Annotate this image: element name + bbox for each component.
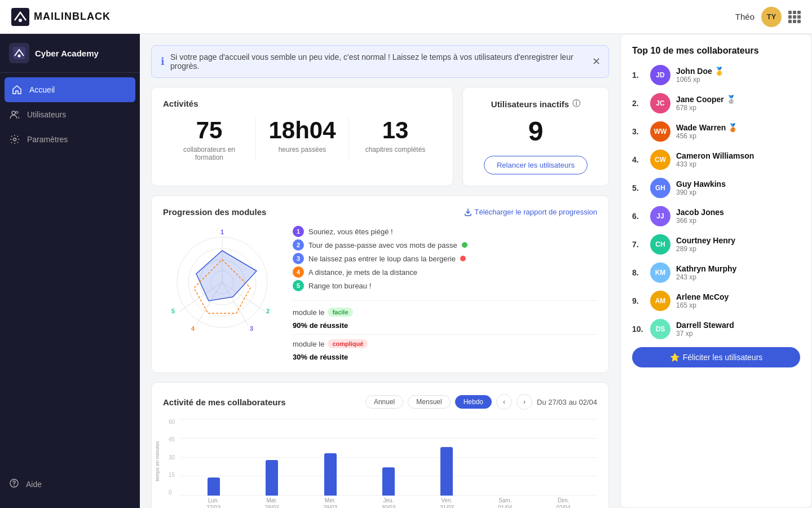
user-xp: 390 xp	[676, 189, 800, 196]
activity-card: Activité de mes collaborateurs Annuel Me…	[151, 382, 609, 508]
rank: 4.	[632, 155, 645, 164]
logo: MAILINBLACK	[11, 8, 111, 26]
x-label: Lun.27/03	[184, 496, 242, 508]
activity-header: Activité de mes collaborateurs Annuel Me…	[163, 394, 597, 410]
chart-area	[180, 419, 597, 496]
help-icon	[9, 478, 19, 490]
avatar: KM	[650, 262, 670, 283]
easy-stat: 90% de réussite	[293, 321, 597, 330]
user-name: Jacob Jones	[676, 208, 800, 217]
list-item: 9. AM Arlene McCoy 165 xp	[632, 291, 800, 311]
date-range: Du 27/03 au 02/04	[537, 398, 597, 406]
period-annuel[interactable]: Annuel	[365, 395, 403, 409]
main-content: ℹ Si votre page d'accueil vous semble un…	[140, 34, 620, 508]
radar-chart: 1 2 3 4 5	[163, 226, 281, 361]
user-name: Cameron Williamson	[676, 151, 800, 160]
module-num: 2	[293, 239, 304, 251]
x-labels: Lun.27/03Mar.28/03Mer.29/03Jeu.30/03Ven.…	[180, 496, 597, 508]
avatar: WW	[650, 121, 670, 142]
bar-group	[476, 419, 534, 496]
user-name: John Doe 🥇	[676, 67, 800, 76]
close-icon[interactable]: ✕	[592, 55, 601, 68]
feliciter-button[interactable]: ⭐ Féliciter les utilisateurs	[632, 347, 800, 367]
module-item-5: 5 Range ton bureau !	[293, 280, 597, 291]
home-icon	[11, 84, 23, 95]
sidebar-help[interactable]: Aide	[5, 471, 135, 497]
bar-group	[418, 419, 476, 496]
svg-text:1: 1	[220, 229, 224, 235]
banner-text: Si votre page d'accueil vous semble un p…	[170, 52, 599, 71]
module-num: 4	[293, 266, 304, 278]
list-item: 8. KM Kathryn Murphy 243 xp	[632, 262, 800, 283]
x-label: Mar.28/03	[242, 496, 301, 508]
user-xp: 433 xp	[676, 160, 800, 168]
hard-tag: compliqué	[328, 339, 368, 348]
right-panel: Top 10 de mes collaborateurs 1. JD John …	[620, 34, 812, 508]
rank: 7.	[632, 240, 645, 249]
user-xp: 1065 xp	[676, 76, 800, 84]
users-icon	[9, 109, 20, 120]
easy-tag: facile	[328, 308, 352, 317]
user-xp: 456 xp	[676, 132, 800, 140]
user-name: Darrell Steward	[676, 321, 800, 330]
top10-list: 1. JD John Doe 🥇 1065 xp 2. JC Jane Coop…	[632, 65, 800, 339]
list-item: 7. CH Courtney Henry 289 xp	[632, 234, 800, 255]
stat-number: 13	[358, 117, 433, 143]
sidebar: Cyber Academy Accueil Utilisateurs	[0, 34, 140, 508]
info-banner: ℹ Si votre page d'accueil vous semble un…	[151, 45, 609, 78]
stats-values: 75 collaborateurs en formation 18h04 heu…	[163, 117, 442, 161]
brand-icon	[9, 43, 29, 63]
stat-number: 75	[172, 117, 246, 143]
module-label: Ne laissez pas entrer le loup dans la be…	[308, 255, 456, 263]
module-label: Souriez, vous êtes piégé !	[308, 227, 393, 236]
list-item: 2. JC Jane Cooper 🥈 678 xp	[632, 93, 800, 113]
avatar[interactable]: TY	[761, 7, 782, 27]
svg-point-6	[14, 138, 16, 141]
module-item-3: 3 Ne laissez pas entrer le loup dans la …	[293, 253, 597, 264]
svg-marker-18	[196, 251, 257, 301]
period-hebdo[interactable]: Hebdo	[455, 395, 492, 409]
hard-stat: 30% de réussite	[293, 353, 597, 361]
bar-group	[301, 419, 359, 496]
settings-icon	[9, 134, 20, 145]
rank: 5.	[632, 183, 645, 192]
svg-text:4: 4	[191, 325, 195, 332]
bar	[382, 467, 395, 496]
activities-card: Activités 75 collaborateurs en formation…	[151, 87, 453, 186]
user-xp: 37 xp	[676, 330, 800, 338]
bar	[208, 478, 220, 496]
list-item: 5. GH Guy Hawkins 390 xp	[632, 178, 800, 198]
user-xp: 366 xp	[676, 217, 800, 225]
avatar: JJ	[650, 206, 670, 226]
bar	[324, 453, 337, 496]
sidebar-item-label: Utilisateurs	[27, 110, 66, 119]
relance-button[interactable]: Relancer les utilisateurs	[484, 156, 588, 174]
list-item: 3. WW Wade Warren 🥉 456 xp	[632, 121, 800, 142]
inactive-count: 9	[528, 116, 544, 147]
rank: 3.	[632, 127, 645, 136]
svg-point-5	[16, 111, 18, 113]
x-label: Sam.01/04	[476, 496, 534, 508]
stat-heures: 18h04 heures passées	[256, 117, 349, 161]
sidebar-item-label: Accueil	[29, 85, 55, 94]
next-arrow[interactable]: ›	[517, 394, 532, 410]
module-item-2: 2 Tour de passe-passe avec vos mots de p…	[293, 239, 597, 251]
sidebar-item-utilisateurs[interactable]: Utilisateurs	[0, 102, 140, 127]
topbar: MAILINBLACK Théo TY	[0, 0, 812, 34]
prev-arrow[interactable]: ‹	[496, 394, 512, 410]
avatar: CH	[650, 234, 670, 255]
x-label: Jeu.30/03	[359, 496, 417, 508]
username: Théo	[735, 12, 754, 21]
avatar: AM	[650, 291, 670, 311]
sidebar-brand: Cyber Academy	[0, 34, 140, 73]
svg-text:3: 3	[250, 325, 253, 332]
sidebar-item-accueil[interactable]: Accueil	[5, 77, 135, 102]
download-link[interactable]: Télécharger le rapport de progression	[464, 208, 597, 216]
sidebar-item-parametres[interactable]: Paramètres	[0, 127, 140, 152]
module-details: 1 Souriez, vous êtes piégé ! 2 Tour de p…	[293, 226, 597, 361]
svg-rect-0	[11, 8, 29, 26]
grid-icon[interactable]	[788, 11, 801, 23]
list-item: 1. JD John Doe 🥇 1065 xp	[632, 65, 800, 85]
rank: 2.	[632, 99, 645, 108]
period-mensuel[interactable]: Mensuel	[408, 395, 450, 409]
